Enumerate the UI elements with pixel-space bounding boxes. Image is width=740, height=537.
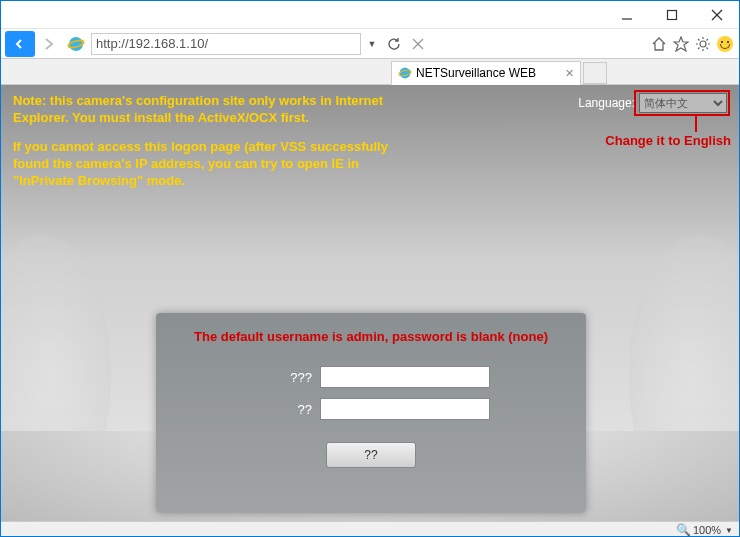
tab-bar: NETSurveillance WEB ✕ bbox=[1, 59, 739, 85]
svg-point-9 bbox=[700, 41, 706, 47]
nav-forward-button[interactable] bbox=[37, 31, 61, 57]
feedback-smiley-icon[interactable] bbox=[715, 34, 735, 54]
login-panel: The default username is admin, password … bbox=[156, 313, 586, 513]
annotation-text: Change it to English bbox=[605, 133, 731, 148]
password-label: ?? bbox=[252, 402, 312, 417]
svg-point-5 bbox=[69, 37, 83, 51]
stop-button[interactable] bbox=[407, 33, 429, 55]
login-button[interactable]: ?? bbox=[326, 442, 416, 468]
tab-close-icon[interactable]: ✕ bbox=[565, 67, 574, 80]
login-hint: The default username is admin, password … bbox=[156, 329, 586, 344]
note-line2: If you cannot access this logon page (af… bbox=[13, 139, 423, 190]
ie-page-icon bbox=[398, 66, 412, 80]
tab-netsurveillance[interactable]: NETSurveillance WEB ✕ bbox=[391, 61, 581, 85]
zoom-level[interactable]: 100% bbox=[693, 524, 721, 536]
window-titlebar bbox=[1, 1, 739, 29]
language-selector: Language: 简体中文 bbox=[578, 93, 727, 113]
url-input[interactable]: http://192.168.1.10/ bbox=[91, 33, 361, 55]
annotation-line bbox=[695, 116, 697, 132]
address-bar: http://192.168.1.10/ ▼ bbox=[1, 29, 739, 59]
instruction-note: Note: this camera's configuration site o… bbox=[13, 93, 423, 201]
refresh-button[interactable] bbox=[383, 33, 405, 55]
svg-line-14 bbox=[698, 39, 700, 41]
status-bar: 🔍 100% ▼ bbox=[1, 521, 739, 537]
url-dropdown-icon[interactable]: ▼ bbox=[363, 33, 381, 55]
svg-line-16 bbox=[707, 39, 709, 41]
svg-line-17 bbox=[698, 47, 700, 49]
language-label: Language: bbox=[578, 96, 635, 110]
language-dropdown[interactable]: 简体中文 bbox=[639, 93, 727, 113]
home-button[interactable] bbox=[649, 34, 669, 54]
tab-title: NETSurveillance WEB bbox=[416, 66, 536, 80]
svg-rect-1 bbox=[667, 10, 676, 19]
zoom-icon[interactable]: 🔍 bbox=[676, 523, 691, 537]
nav-back-button[interactable] bbox=[5, 31, 35, 57]
svg-point-4 bbox=[12, 36, 28, 52]
zoom-dropdown-icon[interactable]: ▼ bbox=[725, 526, 733, 535]
svg-line-15 bbox=[707, 47, 709, 49]
minimize-button[interactable] bbox=[604, 1, 649, 29]
new-tab-button[interactable] bbox=[583, 62, 607, 84]
maximize-button[interactable] bbox=[649, 1, 694, 29]
svg-point-18 bbox=[400, 68, 411, 79]
note-line1: Note: this camera's configuration site o… bbox=[13, 93, 423, 127]
password-input[interactable] bbox=[320, 398, 490, 420]
favorites-button[interactable] bbox=[671, 34, 691, 54]
username-label: ??? bbox=[252, 370, 312, 385]
page-content: Note: this camera's configuration site o… bbox=[1, 85, 739, 521]
username-input[interactable] bbox=[320, 366, 490, 388]
ie-logo-icon bbox=[67, 35, 85, 53]
tools-button[interactable] bbox=[693, 34, 713, 54]
close-button[interactable] bbox=[694, 1, 739, 29]
